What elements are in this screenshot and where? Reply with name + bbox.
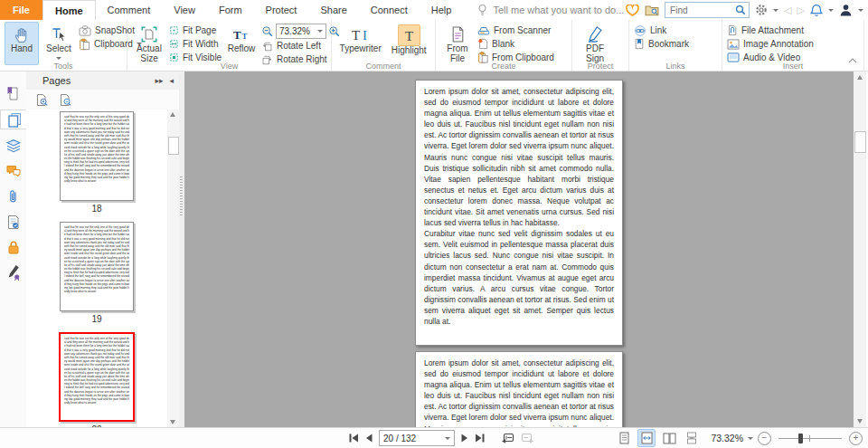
hide-panel-icon[interactable]: ◂: [169, 76, 174, 85]
highlight-button[interactable]: T Highlight: [387, 22, 430, 65]
tab-connect[interactable]: Connect: [359, 0, 420, 20]
tab-form[interactable]: Form: [207, 0, 254, 20]
pages-panel-icon[interactable]: [0, 110, 27, 129]
thumbnail-zoom-out-icon[interactable]: [59, 93, 71, 107]
last-page-button[interactable]: [475, 434, 485, 443]
expand-panel-icon[interactable]: ▸▸: [155, 76, 163, 85]
links-group-label: Links: [629, 62, 722, 71]
page-thumbnail-18[interactable]: said that he was not the only one of the…: [60, 111, 134, 201]
thumbnail-scrollbar[interactable]: [167, 110, 179, 427]
fit-width-button[interactable]: Fit Width: [169, 38, 222, 50]
select-tool-button[interactable]: Select: [42, 22, 76, 65]
layers-panel-icon[interactable]: [2, 137, 25, 155]
actual-size-button[interactable]: Actual Size: [132, 22, 166, 65]
reflow-icon: TT: [232, 24, 250, 44]
from-file-button[interactable]: From File: [440, 22, 475, 65]
user-account-icon[interactable]: [839, 4, 853, 16]
facing-pages-view-icon[interactable]: [660, 429, 678, 447]
document-view[interactable]: Lorem ipsum dolor sit amet, consectetur …: [184, 71, 854, 427]
typewriter-button[interactable]: TI Typewriter: [336, 22, 384, 65]
hand-tool-button[interactable]: Hand: [5, 22, 39, 65]
from-scanner-icon: [477, 25, 490, 36]
blank-button[interactable]: Blank: [477, 38, 554, 50]
zoom-level-combobox[interactable]: 73.32%: [276, 24, 326, 39]
fit-page-icon: [169, 25, 179, 35]
navigation-panel-strip: [0, 71, 27, 427]
previous-page-button[interactable]: [365, 434, 373, 443]
previous-view-button[interactable]: [501, 433, 514, 444]
tab-comment[interactable]: Comment: [96, 0, 163, 20]
thumbnail-zoom-in-icon[interactable]: [35, 93, 48, 107]
tell-me-search[interactable]: Tell me what you want to do...: [477, 0, 624, 20]
image-annotation-icon: [727, 39, 740, 50]
tab-home[interactable]: Home: [42, 0, 96, 20]
pdf-sign-button[interactable]: PDF Sign: [577, 22, 613, 65]
page-number-combobox[interactable]: 20 / 132: [379, 430, 455, 446]
pdf-page-20[interactable]: Lorem ipsum dolor sit amet, consectetur …: [415, 80, 623, 346]
scroll-down-icon[interactable]: [170, 420, 175, 424]
digital-signatures-panel-icon[interactable]: [2, 213, 25, 231]
link-button[interactable]: Link: [634, 24, 689, 36]
document-scrollbar[interactable]: [854, 71, 866, 427]
tab-view[interactable]: View: [162, 0, 207, 20]
scroll-up-icon[interactable]: [857, 75, 863, 80]
page-paragraph: Lorem ipsum dolor sit amet, consectetur …: [424, 86, 614, 228]
tab-protect[interactable]: Protect: [254, 0, 309, 20]
next-view-button[interactable]: [521, 433, 534, 444]
tab-help[interactable]: Help: [420, 0, 464, 20]
favorite-heart-icon[interactable]: [626, 5, 639, 16]
reflow-button[interactable]: TT Reflow: [224, 22, 259, 65]
tab-share[interactable]: Share: [308, 0, 358, 20]
snapshot-camera-icon: [79, 25, 91, 36]
find-input[interactable]: [668, 5, 733, 16]
sign-panel-icon[interactable]: [2, 263, 25, 281]
notifications-caret-icon[interactable]: [828, 9, 834, 14]
bookmark-button[interactable]: Bookmark: [634, 38, 689, 50]
zoom-caret-icon[interactable]: [748, 437, 753, 443]
file-attachment-button[interactable]: File Attachment: [727, 24, 814, 36]
zoom-slider-thumb[interactable]: [798, 434, 803, 443]
from-scanner-button[interactable]: From Scanner: [477, 24, 554, 36]
settings-gear-icon[interactable]: [755, 4, 768, 16]
collapse-ribbon-icon[interactable]: [848, 58, 857, 63]
comments-panel-icon[interactable]: [2, 162, 25, 180]
user-caret-icon[interactable]: [858, 9, 863, 14]
rotate-left-label: Rotate Left: [277, 41, 321, 51]
find-search-icon[interactable]: [735, 5, 746, 15]
tab-file[interactable]: File: [0, 0, 42, 20]
settings-caret-icon[interactable]: [773, 9, 778, 14]
zoom-in-button[interactable]: +: [849, 432, 863, 445]
single-page-view-icon[interactable]: [615, 429, 633, 447]
first-page-button[interactable]: [349, 434, 359, 443]
page-thumbnail-20-current[interactable]: said that he was not the only one of the…: [59, 332, 135, 422]
scrollbar-thumb[interactable]: [854, 131, 866, 153]
fit-width-view-icon[interactable]: [637, 429, 656, 447]
zoom-out-button[interactable]: −: [758, 432, 771, 445]
notifications-bell-icon[interactable]: [810, 4, 823, 17]
lightbulb-icon: [477, 4, 487, 16]
next-page-button[interactable]: [461, 434, 468, 443]
scroll-down-icon[interactable]: [857, 419, 863, 424]
hand-label: Hand: [11, 44, 33, 54]
scroll-up-icon[interactable]: [170, 112, 175, 117]
image-annotation-button[interactable]: Image Annotation: [727, 38, 814, 50]
continuous-view-icon[interactable]: [683, 429, 701, 447]
tools-group-label: Tools: [0, 62, 127, 71]
svg-text:T: T: [405, 29, 413, 43]
nav-forward-icon[interactable]: ▷: [797, 5, 805, 16]
page-thumbnail-19[interactable]: said that he was not the only one of the…: [60, 222, 134, 311]
rotate-left-button[interactable]: Rotate Left: [261, 40, 341, 52]
search-folder-icon[interactable]: [645, 5, 659, 16]
splitter-grip[interactable]: [180, 176, 183, 216]
security-panel-icon[interactable]: [2, 238, 25, 256]
page-navigation: 20 / 132: [349, 428, 534, 448]
nav-back-icon[interactable]: ◁: [784, 5, 791, 16]
fit-page-button[interactable]: Fit Page: [169, 24, 222, 36]
scrollbar-thumb[interactable]: [168, 137, 179, 155]
zoom-slider[interactable]: [778, 438, 842, 439]
svg-text:T: T: [233, 28, 241, 42]
bookmarks-panel-icon[interactable]: [2, 84, 25, 102]
attachments-panel-icon[interactable]: [2, 187, 25, 205]
pdf-page-21[interactable]: Lorem ipsum dolor sit amet, consectetur …: [415, 351, 623, 427]
zoom-out-icon[interactable]: [261, 25, 274, 38]
